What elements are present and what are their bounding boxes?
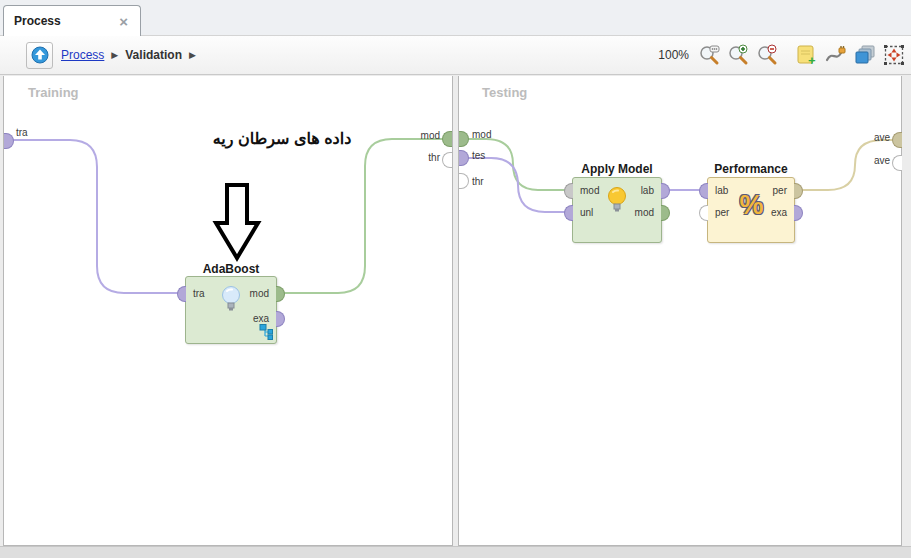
port-label-tra: tra <box>16 127 28 138</box>
port-label-thr: thr <box>472 176 484 187</box>
add-note-icon: + <box>796 44 818 66</box>
operator-apply-model[interactable]: mod unl lab mod <box>572 177 662 243</box>
apply-model-port-unl[interactable] <box>564 205 573 221</box>
operator-performance[interactable]: lab per per exa % <box>707 177 795 243</box>
testing-output-port-ave-1[interactable] <box>892 132 902 148</box>
auto-wire-button[interactable] <box>825 44 847 66</box>
testing-subprocess-panel <box>458 76 902 546</box>
zoom-level: 100% <box>658 48 689 62</box>
svg-text:+: + <box>808 53 816 66</box>
magnifier-reset-icon <box>698 44 720 66</box>
training-panel-label: Training <box>28 85 79 100</box>
breadcrumb-current-validation[interactable]: Validation <box>125 48 182 62</box>
testing-panel-label: Testing <box>482 85 527 100</box>
down-arrow-annotation[interactable] <box>208 182 266 262</box>
breadcrumb-separator: ▶ <box>111 50 118 60</box>
port-label-ave: ave <box>856 132 890 143</box>
tab-strip: Process × <box>0 0 911 36</box>
arrange-operators-button[interactable] <box>854 44 876 66</box>
tab-title: Process <box>14 14 117 28</box>
annotation-text[interactable]: داده های سرطان ریه <box>188 129 376 148</box>
port-label-ave: ave <box>856 155 890 166</box>
up-arrow-icon <box>31 46 49 64</box>
magnifier-zoom-in-icon <box>727 44 749 66</box>
add-annotation-button[interactable]: + <box>796 44 818 66</box>
zoom-reset-button[interactable] <box>698 44 720 66</box>
lightbulb-icon <box>605 186 629 216</box>
process-toolbar: 100% <box>658 41 905 69</box>
fit-frame-icon <box>883 44 905 66</box>
magnifier-zoom-out-icon <box>756 44 778 66</box>
port-label-mod: mod <box>472 129 491 140</box>
plug-wire-icon <box>825 44 847 66</box>
tab-close-icon[interactable]: × <box>117 13 130 30</box>
subprocess-icon <box>257 324 273 340</box>
bottom-strip <box>0 546 911 558</box>
training-output-port-thr[interactable] <box>442 152 452 168</box>
auto-fit-button[interactable] <box>883 44 905 66</box>
training-output-port-mod[interactable] <box>442 131 452 147</box>
layers-icon <box>854 44 876 66</box>
tab-process[interactable]: Process × <box>3 5 141 36</box>
lightbulb-icon <box>219 285 243 315</box>
zoom-in-button[interactable] <box>727 44 749 66</box>
port-label-tes: tes <box>472 150 485 161</box>
apply-model-title: Apply Model <box>572 162 662 176</box>
percent-icon: % <box>708 190 794 221</box>
adaboost-port-tra[interactable] <box>177 286 186 302</box>
navigate-up-button[interactable] <box>26 42 53 69</box>
performance-port-per-in[interactable] <box>699 205 708 221</box>
process-window: Process × Process ▶ Validation ▶ 100% <box>0 0 911 558</box>
zoom-out-button[interactable] <box>756 44 778 66</box>
adaboost-title: AdaBoost <box>185 262 277 276</box>
breadcrumb-separator: ▶ <box>189 50 196 60</box>
breadcrumb-link-process[interactable]: Process <box>61 48 104 62</box>
performance-title: Performance <box>707 162 795 176</box>
port-label-mod: mod <box>406 130 440 141</box>
operator-adaboost[interactable]: tra mod exa <box>185 276 277 344</box>
performance-port-lab[interactable] <box>699 183 708 199</box>
testing-output-port-ave-2[interactable] <box>892 155 902 171</box>
apply-model-port-mod-in[interactable] <box>564 183 573 199</box>
port-label-thr: thr <box>406 152 440 163</box>
